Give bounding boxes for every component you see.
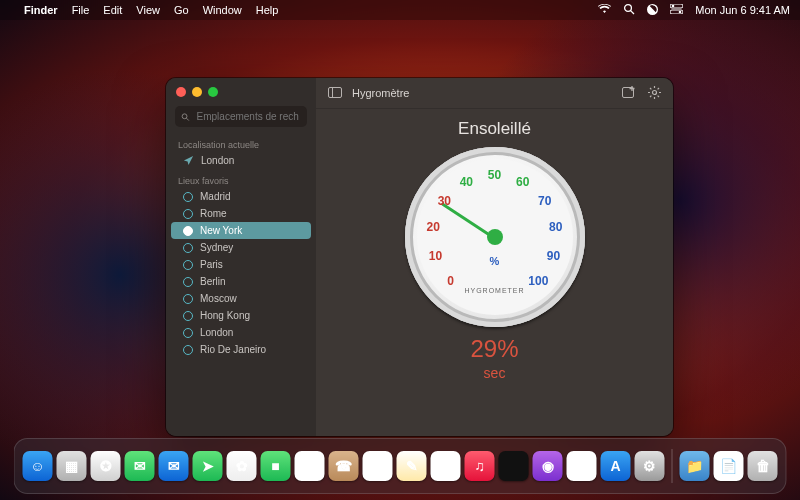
favorite-item[interactable]: Paris bbox=[171, 256, 311, 273]
favorite-label: Rio De Janeiro bbox=[200, 344, 266, 355]
section-header-favorites: Lieux favoris bbox=[166, 169, 316, 188]
dock-app-freeform[interactable]: ✎ bbox=[431, 451, 461, 481]
content-area: Ensoleillé % HYGROMETER 0102030405060708… bbox=[316, 109, 673, 436]
dock-separator bbox=[672, 449, 673, 483]
svg-point-6 bbox=[182, 113, 187, 118]
menu-help[interactable]: Help bbox=[256, 4, 279, 16]
dock-app-mail[interactable]: ✉ bbox=[159, 451, 189, 481]
gauge-tick-70: 70 bbox=[538, 194, 551, 208]
hygrometer-window: Localisation actuelle London Lieux favor… bbox=[166, 78, 673, 436]
location-dot-icon bbox=[183, 260, 193, 270]
dock-app-music[interactable]: ♫ bbox=[465, 451, 495, 481]
svg-point-0 bbox=[625, 5, 632, 12]
favorite-item[interactable]: Hong Kong bbox=[171, 307, 311, 324]
dock-app-news[interactable]: N bbox=[567, 451, 597, 481]
favorite-item[interactable]: Madrid bbox=[171, 188, 311, 205]
menubar-app-name[interactable]: Finder bbox=[24, 4, 58, 16]
menubar-clock[interactable]: Mon Jun 6 9:41 AM bbox=[695, 4, 790, 16]
dock-app-messages[interactable]: ✉ bbox=[125, 451, 155, 481]
svg-rect-8 bbox=[329, 87, 342, 97]
section-header-current: Localisation actuelle bbox=[166, 133, 316, 152]
control-center-icon[interactable] bbox=[670, 4, 683, 16]
favorite-item[interactable]: London bbox=[171, 324, 311, 341]
favorite-label: Berlin bbox=[200, 276, 226, 287]
dock-app-calendar[interactable]: ▦ bbox=[295, 451, 325, 481]
gauge-tick-40: 40 bbox=[460, 175, 473, 189]
gauge-tick-60: 60 bbox=[516, 175, 529, 189]
favorite-label: London bbox=[200, 327, 233, 338]
wifi-icon[interactable] bbox=[598, 4, 611, 16]
gauge-tick-80: 80 bbox=[549, 220, 562, 234]
mac-menubar: Finder FileEditViewGoWindowHelp Mon Jun … bbox=[0, 0, 800, 20]
main-panel: Hygromètre Ensoleillé % HYGROMETER bbox=[316, 78, 673, 436]
favorite-label: Paris bbox=[200, 259, 223, 270]
humidity-reading: 29% bbox=[470, 335, 518, 363]
menu-window[interactable]: Window bbox=[203, 4, 242, 16]
menu-file[interactable]: File bbox=[72, 4, 90, 16]
favorite-label: Sydney bbox=[200, 242, 233, 253]
current-location-item[interactable]: London bbox=[171, 152, 311, 169]
gauge-tick-50: 50 bbox=[488, 168, 501, 182]
dock-app-appstore[interactable]: A bbox=[601, 451, 631, 481]
spotlight-icon[interactable] bbox=[623, 3, 635, 17]
svg-line-1 bbox=[631, 11, 634, 14]
dock-app-folder[interactable]: 📁 bbox=[680, 451, 710, 481]
search-field[interactable] bbox=[175, 106, 307, 127]
favorite-label: Madrid bbox=[200, 191, 231, 202]
location-dot-icon bbox=[183, 311, 193, 321]
dock-app-launchpad[interactable]: ▦ bbox=[57, 451, 87, 481]
favorite-label: Rome bbox=[200, 208, 227, 219]
dock-app-trash[interactable]: 🗑 bbox=[748, 451, 778, 481]
svg-point-4 bbox=[672, 5, 675, 8]
dock-app-contacts[interactable]: ☎ bbox=[329, 451, 359, 481]
humidity-label: sec bbox=[484, 365, 506, 381]
favorites-list: MadridRomeNew YorkSydneyParisBerlinMosco… bbox=[166, 188, 316, 358]
favorite-item[interactable]: Sydney bbox=[171, 239, 311, 256]
minimize-button[interactable] bbox=[192, 87, 202, 97]
location-dot-icon bbox=[183, 328, 193, 338]
desktop: Finder FileEditViewGoWindowHelp Mon Jun … bbox=[0, 0, 800, 500]
gauge-hub bbox=[487, 229, 503, 245]
favorite-item[interactable]: Moscow bbox=[171, 290, 311, 307]
dock-app-settings[interactable]: ⚙ bbox=[635, 451, 665, 481]
search-icon bbox=[181, 112, 190, 122]
dock-app-podcasts[interactable]: ◉ bbox=[533, 451, 563, 481]
dock-app-photos[interactable]: ✿ bbox=[227, 451, 257, 481]
search-input[interactable] bbox=[195, 110, 301, 123]
location-dot-icon bbox=[183, 294, 193, 304]
hygrometer-gauge: % HYGROMETER 0102030405060708090100 bbox=[405, 147, 585, 327]
add-location-icon[interactable] bbox=[622, 86, 636, 101]
svg-point-5 bbox=[679, 11, 682, 14]
location-dot-icon bbox=[183, 226, 193, 236]
location-dot-icon bbox=[183, 192, 193, 202]
current-location-label: London bbox=[201, 155, 234, 166]
dock-app-facetime[interactable]: ■ bbox=[261, 451, 291, 481]
svg-line-7 bbox=[186, 118, 188, 120]
menu-view[interactable]: View bbox=[136, 4, 160, 16]
settings-icon[interactable] bbox=[648, 86, 661, 101]
favorite-item[interactable]: New York bbox=[171, 222, 311, 239]
menu-go[interactable]: Go bbox=[174, 4, 189, 16]
favorite-label: Moscow bbox=[200, 293, 237, 304]
favorite-item[interactable]: Rome bbox=[171, 205, 311, 222]
dock-app-notes[interactable]: ✎ bbox=[397, 451, 427, 481]
close-button[interactable] bbox=[176, 87, 186, 97]
do-not-disturb-icon[interactable] bbox=[647, 4, 658, 17]
favorite-item[interactable]: Rio De Janeiro bbox=[171, 341, 311, 358]
dock-app-safari[interactable]: ✪ bbox=[91, 451, 121, 481]
favorite-label: Hong Kong bbox=[200, 310, 250, 321]
dock-app-finder[interactable]: ☺ bbox=[23, 451, 53, 481]
toggle-sidebar-icon[interactable] bbox=[328, 87, 342, 100]
dock-app-maps[interactable]: ➤ bbox=[193, 451, 223, 481]
dock-app-reminders[interactable]: ☑ bbox=[363, 451, 393, 481]
dock-app-pages[interactable]: 📄 bbox=[714, 451, 744, 481]
gauge-tick-10: 10 bbox=[429, 249, 442, 263]
location-dot-icon bbox=[183, 209, 193, 219]
dock-app-tv[interactable] bbox=[499, 451, 529, 481]
favorite-label: New York bbox=[200, 225, 242, 236]
gauge-tick-90: 90 bbox=[547, 249, 560, 263]
zoom-button[interactable] bbox=[208, 87, 218, 97]
menu-edit[interactable]: Edit bbox=[103, 4, 122, 16]
window-title: Hygromètre bbox=[352, 87, 409, 99]
favorite-item[interactable]: Berlin bbox=[171, 273, 311, 290]
